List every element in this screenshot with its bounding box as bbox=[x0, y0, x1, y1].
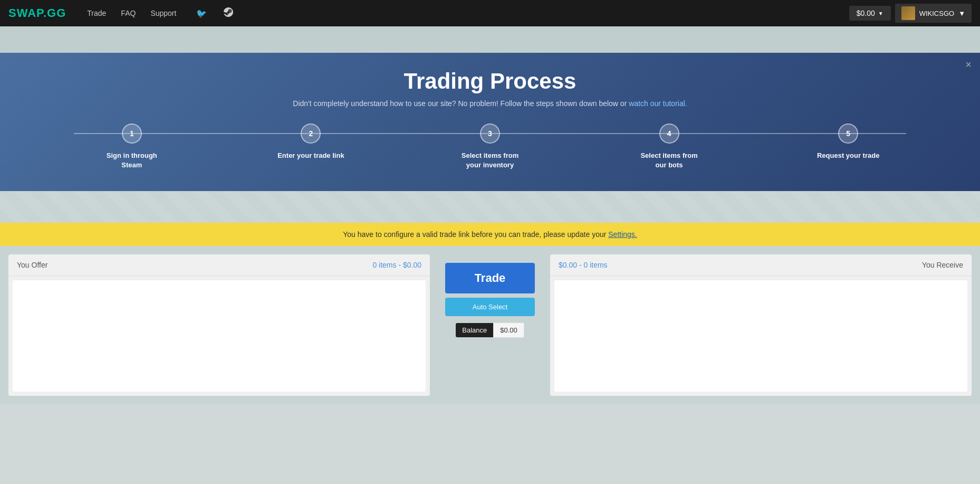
subtitle-text: Didn't completely understand how to use … bbox=[293, 99, 627, 108]
receive-value: $0.00 - 0 items bbox=[559, 261, 608, 269]
panel-title: Trading Process bbox=[21, 69, 959, 94]
nav-trade[interactable]: Trade bbox=[81, 6, 112, 21]
receive-label: You Receive bbox=[922, 261, 963, 269]
offer-label: You Offer bbox=[17, 261, 47, 269]
receive-panel-body[interactable] bbox=[554, 280, 967, 392]
step-5-circle: 5 bbox=[838, 124, 858, 144]
center-controls: Trade Auto Select Balance $0.00 bbox=[437, 254, 543, 396]
user-caret: ▼ bbox=[958, 10, 965, 17]
avatar bbox=[901, 6, 915, 20]
step-5: 5 Request your trade bbox=[758, 124, 938, 160]
trade-area: You Offer 0 items - $0.00 Trade Auto Sel… bbox=[0, 246, 980, 404]
step-2-circle: 2 bbox=[301, 124, 321, 144]
balance-label: Balance bbox=[456, 323, 493, 337]
navbar: SWAP.GG Trade FAQ Support 🐦 $0.00 ▼ WIKI… bbox=[0, 0, 980, 26]
auto-select-button[interactable]: Auto Select bbox=[445, 298, 535, 316]
trade-button[interactable]: Trade bbox=[445, 263, 535, 293]
step-2-label: Enter your trade link bbox=[277, 151, 344, 160]
nav-right: $0.00 ▼ WIKICSGO ▼ bbox=[849, 4, 972, 23]
user-button[interactable]: WIKICSGO ▼ bbox=[895, 4, 972, 23]
step-5-label: Request your trade bbox=[817, 151, 879, 160]
step-3-label: Select items from your inventory bbox=[456, 151, 524, 170]
logo-text: SWAP. bbox=[8, 6, 47, 20]
warning-banner: You have to configure a valid trade link… bbox=[0, 223, 980, 246]
offer-panel-body[interactable] bbox=[13, 280, 426, 392]
offer-value: 0 items - $0.00 bbox=[372, 261, 421, 269]
settings-link[interactable]: Settings. bbox=[608, 230, 637, 239]
balance-caret: ▼ bbox=[878, 11, 883, 16]
twitter-icon[interactable]: 🐦 bbox=[193, 8, 210, 18]
step-4: 4 Select items from our bots bbox=[580, 124, 759, 170]
step-1-label: Sign in through Steam bbox=[98, 151, 166, 170]
receive-panel: You Receive $0.00 - 0 items bbox=[550, 254, 972, 396]
step-2: 2 Enter your trade link bbox=[222, 124, 401, 160]
logo-accent: GG bbox=[47, 6, 66, 20]
step-3: 3 Select items from your inventory bbox=[400, 124, 580, 170]
steam-icon[interactable] bbox=[220, 7, 236, 19]
step-3-circle: 3 bbox=[480, 124, 500, 144]
step-4-circle: 4 bbox=[659, 124, 679, 144]
step-4-label: Select items from our bots bbox=[635, 151, 704, 170]
steps-container: 1 Sign in through Steam 2 Enter your tra… bbox=[21, 124, 959, 170]
warning-text: You have to configure a valid trade link… bbox=[343, 230, 606, 239]
offer-panel: You Offer 0 items - $0.00 bbox=[8, 254, 430, 396]
trading-process-panel: × Trading Process Didn't completely unde… bbox=[0, 53, 980, 191]
nav-links: Trade FAQ Support bbox=[81, 6, 182, 21]
balance-button[interactable]: $0.00 ▼ bbox=[849, 6, 891, 21]
balance-value: $0.00 bbox=[493, 322, 524, 338]
tutorial-link[interactable]: watch our tutorial. bbox=[629, 99, 687, 108]
nav-faq[interactable]: FAQ bbox=[114, 6, 142, 21]
nav-support[interactable]: Support bbox=[144, 6, 182, 21]
step-1-circle: 1 bbox=[122, 124, 142, 144]
username: WIKICSGO bbox=[919, 10, 954, 17]
offer-panel-header: You Offer 0 items - $0.00 bbox=[8, 254, 430, 276]
decorative-strip-2 bbox=[0, 191, 980, 223]
balance-amount: $0.00 bbox=[857, 9, 875, 17]
logo: SWAP.GG bbox=[8, 6, 66, 20]
panel-close-button[interactable]: × bbox=[965, 59, 972, 70]
balance-row: Balance $0.00 bbox=[456, 322, 524, 338]
panel-subtitle: Didn't completely understand how to use … bbox=[21, 99, 959, 108]
receive-panel-header: You Receive $0.00 - 0 items bbox=[550, 254, 972, 276]
step-1: 1 Sign in through Steam bbox=[42, 124, 222, 170]
decorative-strip bbox=[0, 26, 980, 53]
